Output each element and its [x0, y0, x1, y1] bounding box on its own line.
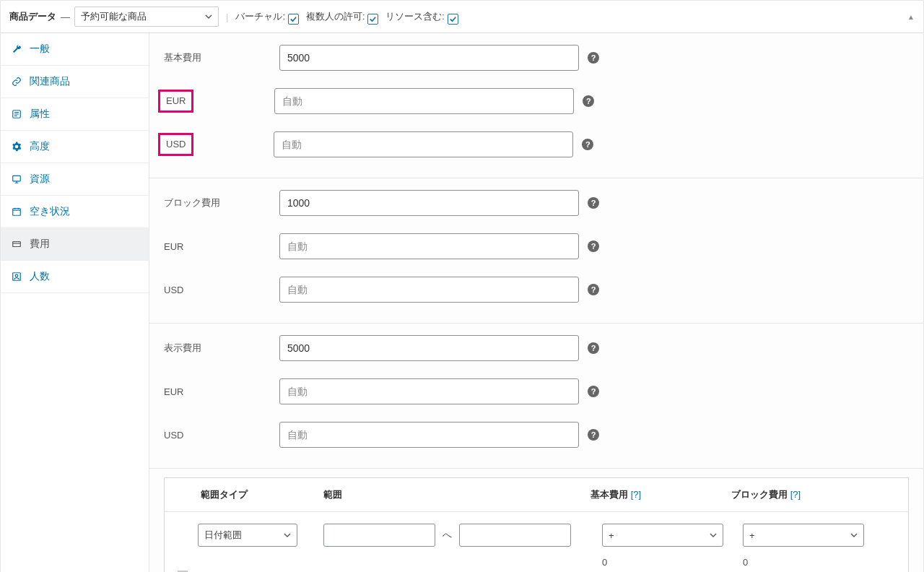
base-cost-usd-label: USD — [158, 133, 193, 156]
resource-label: リソース含む: — [385, 11, 444, 23]
help-icon[interactable]: ? — [588, 240, 599, 252]
section-display-cost: 表示費用 ? EUR ? USD ? — [149, 324, 923, 469]
range-table-head: 範囲タイプ 範囲 基本費用 [?] ブロック費用 [?] — [165, 478, 908, 512]
operator-value: + — [749, 530, 755, 541]
help-icon[interactable]: ? — [582, 139, 593, 150]
separator: — — [61, 12, 70, 22]
tab-resources[interactable]: 資源 — [1, 163, 149, 196]
svg-rect-1 — [13, 176, 21, 181]
person-icon — [11, 271, 22, 282]
tab-general[interactable]: 一般 — [1, 33, 149, 66]
section-base-cost: 基本費用 ? EUR ? USD ? — [149, 33, 923, 178]
range-to-input[interactable] — [459, 524, 571, 547]
block-cost-input[interactable] — [279, 190, 579, 216]
delete-row-icon[interactable]: × — [886, 568, 893, 573]
head-range-type: 範囲タイプ — [201, 488, 323, 501]
range-block-value: 0 — [743, 557, 875, 568]
block-cost-eur-input[interactable] — [279, 233, 579, 259]
range-base-value: 0 — [602, 557, 734, 568]
card-icon — [11, 238, 22, 250]
tab-availability[interactable]: 空き状況 — [1, 196, 149, 228]
svg-rect-2 — [13, 209, 21, 215]
help-icon[interactable]: ? — [588, 197, 599, 209]
head-base-cost: 基本費用 [?] — [590, 488, 731, 501]
help-icon[interactable]: ? — [588, 52, 599, 64]
check-icon — [369, 15, 377, 23]
base-cost-label: 基本費用 — [164, 51, 279, 64]
tab-resources-label: 資源 — [30, 173, 50, 186]
chevron-down-icon — [205, 12, 212, 22]
display-cost-usd-input[interactable] — [279, 422, 579, 448]
content-area: 基本費用 ? EUR ? USD ? ブロック費用 — [149, 33, 923, 572]
multi-label: 複数人の許可: — [306, 11, 365, 23]
display-cost-input[interactable] — [279, 335, 579, 361]
help-icon[interactable]: ? — [588, 342, 599, 354]
check-icon — [289, 15, 297, 23]
tab-availability-label: 空き状況 — [30, 205, 70, 218]
tab-general-label: 一般 — [30, 43, 50, 56]
tab-advanced-label: 高度 — [30, 140, 50, 153]
section-block-cost: ブロック費用 ? EUR ? USD ? — [149, 178, 923, 324]
head-range: 範囲 — [323, 488, 590, 501]
product-type-value: 予約可能な商品 — [81, 10, 147, 23]
tab-persons[interactable]: 人数 — [1, 261, 149, 293]
tab-cost[interactable]: 費用 — [1, 228, 149, 261]
base-cost-operator-select[interactable]: + — [602, 524, 723, 547]
operator-value: + — [609, 530, 614, 541]
tab-related-label: 関連商品 — [30, 75, 70, 88]
tab-attributes-label: 属性 — [30, 108, 50, 121]
block-cost-operator-select[interactable]: + — [743, 524, 864, 547]
base-cost-eur-input[interactable] — [274, 88, 574, 114]
block-cost-eur-label: EUR — [164, 241, 279, 252]
resource-checkbox[interactable] — [448, 14, 458, 25]
monitor-icon — [11, 173, 22, 185]
wrench-icon — [11, 43, 22, 55]
chevron-down-icon — [710, 530, 717, 541]
check-icon — [449, 15, 457, 23]
side-tabs: 一般 関連商品 属性 高度 資源 空き状況 — [1, 33, 149, 572]
help-link[interactable]: [?] — [631, 489, 641, 500]
tab-persons-label: 人数 — [30, 270, 50, 283]
panel-header: 商品データ — 予約可能な商品 | バーチャル: 複数人の許可: リソース含む:… — [1, 1, 923, 33]
block-cost-usd-label: USD — [164, 285, 279, 295]
calendar-icon — [11, 206, 22, 217]
chevron-down-icon — [850, 530, 858, 541]
panel-title: 商品データ — [9, 10, 56, 23]
help-icon[interactable]: ? — [588, 386, 599, 397]
base-cost-eur-label: EUR — [158, 90, 193, 113]
svg-rect-3 — [13, 242, 21, 247]
help-icon[interactable]: ? — [588, 284, 599, 295]
help-link[interactable]: [?] — [790, 489, 801, 500]
range-type-value: 日付範囲 — [204, 529, 242, 542]
help-icon[interactable]: ? — [588, 429, 599, 441]
divider: | — [226, 12, 228, 22]
virtual-checkbox[interactable] — [288, 14, 299, 25]
base-cost-usd-input[interactable] — [274, 131, 573, 157]
block-cost-usd-input[interactable] — [279, 277, 579, 303]
svg-point-5 — [15, 274, 18, 277]
display-cost-eur-input[interactable] — [279, 378, 579, 404]
range-to-label: へ — [443, 529, 452, 542]
range-row: 日付範囲 へ + — [165, 512, 908, 572]
tab-cost-label: 費用 — [30, 238, 50, 251]
chevron-down-icon — [284, 530, 291, 541]
tab-advanced[interactable]: 高度 — [1, 131, 149, 163]
collapse-icon[interactable]: ▲ — [907, 13, 915, 21]
gear-icon — [11, 141, 22, 152]
range-cost-section: 範囲タイプ 範囲 基本費用 [?] ブロック費用 [?] — [149, 469, 923, 572]
list-icon — [11, 108, 22, 120]
range-type-select[interactable]: 日付範囲 — [198, 524, 297, 547]
display-cost-label: 表示費用 — [164, 342, 279, 355]
display-cost-usd-label: USD — [164, 430, 279, 441]
tab-related[interactable]: 関連商品 — [1, 66, 149, 98]
link-icon — [11, 76, 22, 87]
help-icon[interactable]: ? — [583, 95, 594, 107]
virtual-label: バーチャル: — [235, 11, 284, 23]
block-cost-label: ブロック費用 — [164, 196, 279, 209]
base-cost-input[interactable] — [279, 45, 579, 71]
tab-attributes[interactable]: 属性 — [1, 98, 149, 131]
range-from-input[interactable] — [323, 524, 435, 547]
product-type-select[interactable]: 予約可能な商品 — [74, 6, 219, 27]
multi-checkbox[interactable] — [367, 14, 378, 25]
display-cost-eur-label: EUR — [164, 386, 279, 397]
